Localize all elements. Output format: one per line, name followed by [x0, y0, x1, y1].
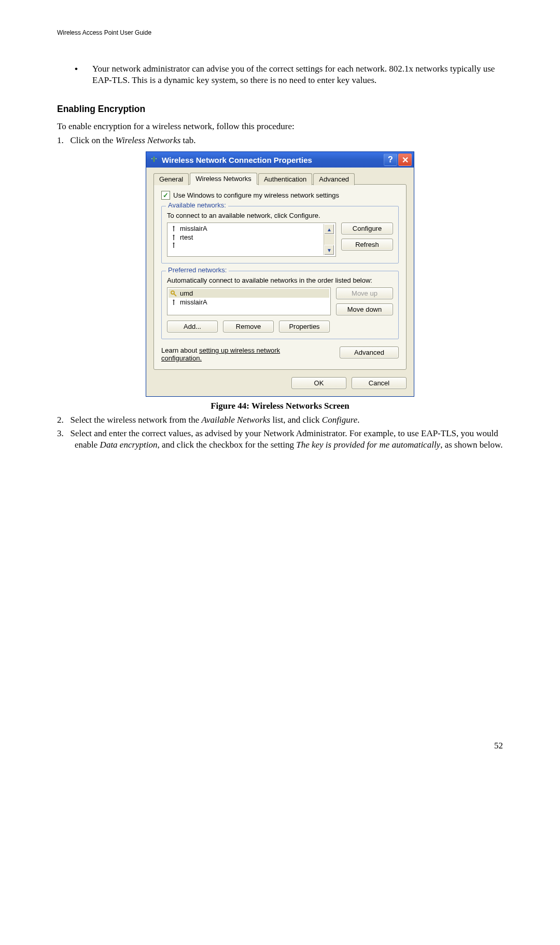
antenna-icon [171, 299, 177, 305]
step-3: 3. Select and enter the correct values, … [57, 428, 503, 451]
figure-caption: Figure 44: Wireless Networks Screen [57, 401, 503, 411]
use-windows-label: Use Windows to configure my wireless net… [173, 191, 339, 199]
close-button[interactable]: ✕ [398, 154, 412, 166]
group-label-preferred: Preferred networks: [166, 266, 229, 274]
svg-point-8 [173, 243, 175, 244]
bullet-item: •Your network administrator can advise y… [75, 63, 503, 86]
svg-point-4 [173, 226, 175, 227]
scroll-down-icon[interactable]: ▼ [324, 245, 334, 255]
tab-advanced[interactable]: Advanced [313, 173, 355, 185]
preferred-listbox[interactable]: umd misslairA [167, 287, 331, 315]
tab-strip: General Wireless Networks Authentication… [153, 173, 407, 185]
help-button[interactable]: ? [384, 154, 397, 166]
move-up-button[interactable]: Move up [336, 287, 393, 299]
running-header: Wireless Access Point User Guide [57, 29, 503, 36]
tab-authentication[interactable]: Authentication [258, 173, 312, 185]
svg-rect-2 [156, 158, 157, 159]
antenna-icon [171, 242, 177, 248]
tab-general[interactable]: General [153, 173, 189, 185]
bullet-marker: • [75, 63, 92, 75]
preferred-desc: Automatically connect to available netwo… [167, 276, 393, 284]
scroll-up-icon[interactable]: ▲ [324, 224, 334, 234]
dialog-title: Wireless Network Connection Properties [162, 156, 383, 164]
properties-button[interactable]: Properties [279, 321, 330, 332]
step-number: 3. [57, 428, 64, 438]
step-number: 1. [57, 135, 64, 145]
ok-button[interactable]: OK [291, 377, 346, 389]
group-preferred-networks: Preferred networks: Automatically connec… [161, 271, 399, 339]
available-listbox[interactable]: misslairA rtest [167, 223, 336, 257]
group-label-available: Available networks: [166, 201, 228, 209]
cancel-button[interactable]: Cancel [352, 377, 407, 389]
group-available-networks: Available networks: To connect to an ava… [161, 206, 399, 263]
scrollbar[interactable]: ▲ ▼ [324, 224, 334, 255]
step-1: 1. Click on the Wireless Networks tab. [57, 135, 503, 146]
add-button[interactable]: Add... [167, 321, 218, 332]
key-icon [171, 290, 177, 297]
antenna-icon [171, 226, 177, 232]
list-item[interactable]: rtest [169, 233, 324, 242]
available-desc: To connect to an available network, clic… [167, 212, 393, 219]
configure-button[interactable]: Configure [341, 223, 393, 234]
use-windows-checkbox[interactable]: ✓ [161, 191, 170, 200]
section-heading: Enabling Encryption [57, 104, 503, 115]
bullet-text: Your network administrator can advise yo… [92, 64, 495, 85]
refresh-button[interactable]: Refresh [341, 239, 393, 251]
figure-wireless-networks: Wireless Network Connection Properties ?… [146, 151, 414, 397]
list-item[interactable]: misslairA [169, 298, 329, 307]
svg-point-12 [173, 299, 175, 301]
step-number: 2. [57, 415, 64, 425]
antenna-icon [171, 234, 177, 241]
remove-button[interactable]: Remove [223, 321, 274, 332]
tab-wireless-networks[interactable]: Wireless Networks [190, 173, 257, 185]
svg-rect-0 [153, 157, 155, 162]
list-item[interactable] [169, 242, 324, 249]
page-number: 52 [57, 741, 503, 751]
learn-link[interactable]: configuration. [161, 354, 202, 362]
titlebar: Wireless Network Connection Properties ?… [146, 152, 414, 168]
list-item[interactable]: misslairA [169, 224, 324, 233]
svg-rect-1 [151, 158, 152, 159]
advanced-button[interactable]: Advanced [340, 346, 399, 358]
intro-text: To enable encryption for a wireless netw… [57, 121, 503, 132]
wireless-icon [149, 155, 159, 164]
svg-line-10 [174, 294, 176, 296]
xp-dialog: Wireless Network Connection Properties ?… [146, 151, 414, 397]
step-2: 2. Select the wireless network from the … [57, 414, 503, 426]
learn-about-text: Learn about setting up wireless network … [161, 346, 280, 362]
svg-point-6 [173, 234, 175, 236]
learn-link[interactable]: setting up wireless network [199, 346, 280, 354]
list-item[interactable]: umd [169, 289, 329, 298]
move-down-button[interactable]: Move down [336, 303, 393, 315]
